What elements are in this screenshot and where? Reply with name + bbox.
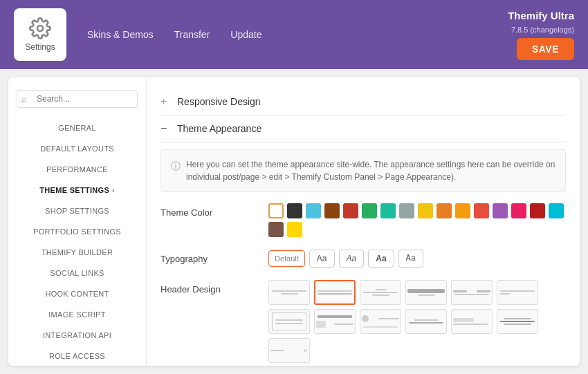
settings-icon-box: Settings [14, 8, 66, 61]
color-swatch-red1[interactable] [343, 203, 358, 218]
header-design-5[interactable] [451, 280, 493, 305]
search-icon: ⌕ [21, 94, 27, 104]
sidebar-item-hook-content[interactable]: HOOK CONTENT [8, 283, 146, 304]
sidebar-item-image-script[interactable]: IMAGE SCRIPT [8, 304, 146, 325]
sidebar-item-general[interactable]: GENERAL [8, 118, 146, 138]
nav-links: Skins & Demos Transfer Update [87, 29, 508, 40]
color-swatches [268, 203, 566, 237]
header-design-7[interactable] [268, 309, 310, 334]
version-text: 7.8.5 (changelogs) [511, 26, 574, 34]
sidebar-item-portfolio-settings[interactable]: PORTFOLIO SETTINGS [8, 221, 146, 242]
nav-skins-demos[interactable]: Skins & Demos [87, 29, 154, 40]
sidebar: ⌕ GENERAL DEFAULT LAYOUTS PERFORMANCE TH… [8, 77, 147, 366]
color-swatch-amber[interactable] [455, 203, 470, 218]
sidebar-item-performance[interactable]: PERFORMANCE [8, 159, 146, 180]
header-design-1[interactable] [268, 280, 310, 305]
typography-default[interactable]: Default [268, 250, 305, 267]
nav-update[interactable]: Update [230, 29, 261, 40]
top-right: Themify Ultra 7.8.5 (changelogs) SAVE [508, 10, 574, 60]
sidebar-item-integration-api[interactable]: INTEGRATION API [8, 325, 146, 346]
chevron-right-icon: › [112, 187, 115, 194]
header-design-label: Header Design [160, 280, 257, 294]
header-design-2[interactable] [314, 280, 356, 305]
color-swatch-purple[interactable] [493, 203, 508, 218]
color-swatch-yellow[interactable] [418, 203, 433, 218]
theme-color-row: Theme Color [160, 203, 566, 237]
header-design-4[interactable] [405, 280, 447, 305]
theme-appearance-content: ⓘ Here you can set the theme appearance … [160, 142, 566, 366]
theme-color-label: Theme Color [160, 203, 257, 218]
color-swatch-green[interactable] [362, 203, 377, 218]
theme-appearance-title: Theme Appearance [177, 123, 261, 134]
color-swatch-teal[interactable] [380, 203, 396, 218]
typography-options: Default Aa Aa Aa Aa [268, 250, 423, 268]
color-swatch-brown[interactable] [324, 203, 340, 218]
header-design-11[interactable] [451, 309, 493, 334]
color-swatch-coffee[interactable] [268, 222, 284, 237]
info-text: Here you can set the theme appearance si… [186, 158, 555, 183]
color-swatch-brightyellow[interactable] [287, 222, 302, 237]
header-design-12[interactable] [497, 309, 538, 334]
sidebar-item-default-layouts[interactable]: DEFAULT LAYOUTS [8, 138, 146, 159]
color-swatch-black[interactable] [287, 203, 302, 218]
top-header: Settings Skins & Demos Transfer Update T… [0, 0, 588, 69]
color-swatch-pink[interactable] [511, 203, 526, 218]
save-button[interactable]: SAVE [517, 38, 574, 60]
color-swatch-red2[interactable] [474, 203, 489, 218]
responsive-design-title: Responsive Design [177, 96, 261, 107]
content-area: + Responsive Design − Theme Appearance ⓘ… [147, 77, 580, 366]
header-design-10[interactable] [405, 309, 447, 334]
search-input[interactable] [17, 90, 138, 108]
typography-row: Typography Default Aa Aa Aa Aa [160, 250, 566, 268]
header-design-3[interactable] [360, 280, 401, 305]
typography-italic[interactable]: Aa [339, 250, 365, 268]
header-design-13[interactable]: ✕ [268, 338, 310, 363]
color-swatch-white[interactable] [268, 203, 284, 218]
settings-label: Settings [25, 42, 55, 52]
brand-name: Themify Ultra [508, 10, 574, 21]
typography-bold[interactable]: Aa [368, 250, 394, 268]
responsive-design-section-header[interactable]: + Responsive Design [160, 88, 566, 115]
nav-transfer[interactable]: Transfer [174, 29, 210, 40]
color-swatch-cyan[interactable] [306, 203, 321, 218]
color-swatch-orange[interactable] [437, 203, 452, 218]
header-design-6[interactable] [497, 280, 538, 305]
header-design-8[interactable] [314, 309, 356, 334]
sidebar-item-theme-settings[interactable]: THEME SETTINGS › [8, 180, 146, 200]
info-icon: ⓘ [171, 159, 181, 183]
svg-point-0 [37, 26, 43, 31]
sidebar-item-shop-settings[interactable]: SHOP SETTINGS [8, 200, 146, 221]
typography-serif[interactable]: Aa [309, 250, 335, 268]
header-design-9[interactable] [360, 309, 401, 334]
info-box: ⓘ Here you can set the theme appearance … [160, 149, 566, 192]
header-design-row: Header Design [160, 280, 566, 363]
typography-mono[interactable]: Aa [398, 250, 423, 268]
sidebar-item-social-links[interactable]: SOCIAL LINKS [8, 263, 146, 283]
gear-icon [29, 17, 51, 39]
expand-icon: + [160, 95, 172, 108]
main-content: ⌕ GENERAL DEFAULT LAYOUTS PERFORMANCE TH… [8, 77, 580, 366]
theme-appearance-section-header[interactable]: − Theme Appearance [160, 115, 566, 142]
color-swatch-darkred[interactable] [530, 203, 545, 218]
color-swatch-gray[interactable] [399, 203, 414, 218]
color-swatch-lightcyan[interactable] [549, 203, 564, 218]
typography-label: Typography [160, 250, 257, 264]
sidebar-item-role-access[interactable]: ROLE ACCESS [8, 346, 146, 366]
search-box: ⌕ [17, 90, 138, 108]
header-designs: ✕ [268, 280, 566, 363]
collapse-icon: − [160, 122, 172, 135]
sidebar-item-themify-builder[interactable]: THEMIFY BUILDER [8, 242, 146, 263]
